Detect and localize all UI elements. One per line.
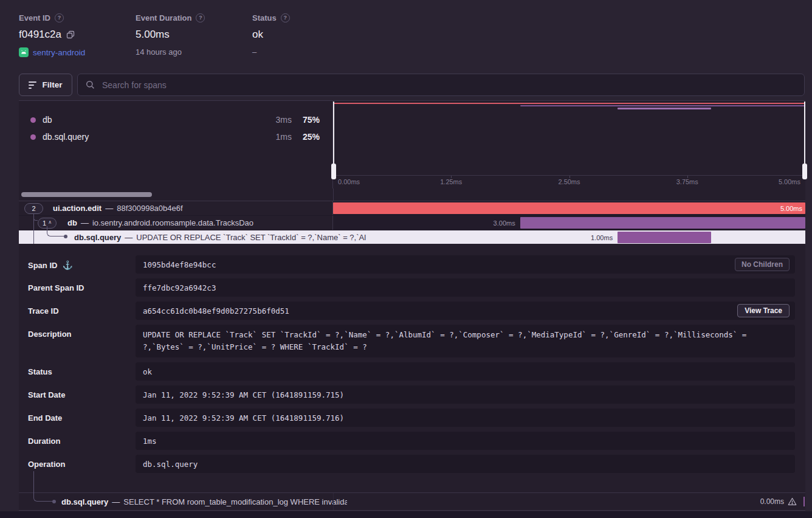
op-duration: 3ms (255, 115, 292, 125)
op-name: db (43, 115, 255, 125)
span-duration-label: 3.00ms (494, 217, 515, 229)
view-trace-button[interactable]: View Trace (737, 304, 790, 317)
span-row-text: ui.action.edit—88f300998a0b4e6f (53, 204, 183, 213)
detail-label: Operation (28, 460, 65, 469)
status-value: ok (252, 29, 263, 41)
op-percentage: 25% (292, 132, 320, 142)
search-input[interactable] (101, 80, 796, 91)
copy-icon[interactable] (66, 30, 75, 39)
span-duration-label: 0.00ms (760, 497, 784, 506)
status-detail-value: ok (136, 362, 795, 381)
minimap-right-drag-handle[interactable] (804, 102, 805, 166)
event-duration-ago: 14 hours ago (136, 47, 182, 57)
horizontal-scrollbar-thumb[interactable] (21, 192, 152, 197)
panel-divider (333, 188, 334, 201)
event-duration-label: Event Duration (136, 13, 191, 22)
minimap-span-line (333, 103, 805, 104)
end-date-value: Jan 11, 2022 9:52:39 AM CET (1641891159.… (136, 409, 795, 427)
project-link[interactable]: sentry-android (33, 48, 85, 57)
event-id-column: Event ID ? f0491c2a sentry-andro (19, 13, 136, 57)
axis-tick-label: 2.50ms (558, 178, 580, 185)
span-search-bar[interactable] (77, 74, 805, 96)
span-tree: 2 ui.action.edit—88f300998a0b4e6f 5.00ms… (19, 201, 805, 244)
span-row-text: db.sql.query—SELECT * FROM room_table_mo… (61, 497, 347, 506)
span-duration-label: 1.00ms (591, 232, 613, 243)
op-duration: 1ms (255, 132, 292, 142)
parent-span-id-value: ffe7dbc92a6942c3 (136, 278, 795, 297)
axis-tick-label: 1.25ms (440, 178, 462, 185)
detail-label: Span ID (28, 261, 57, 270)
op-breakdown-row[interactable]: db 3ms 75% (19, 111, 332, 128)
duration-value: 1ms (136, 432, 795, 450)
axis-tick-label: 0.00ms (338, 178, 360, 185)
detail-label: End Date (28, 413, 62, 423)
span-id-value: 1095bd4ef8e94bcc No Children (136, 255, 795, 274)
minimap-timeline[interactable]: 0.00ms 1.25ms 2.50ms 3.75ms 5.00ms (333, 101, 805, 188)
op-percentage: 75% (292, 115, 320, 125)
span-row-ui-action-edit[interactable]: 2 ui.action.edit—88f300998a0b4e6f 5.00ms (19, 201, 805, 216)
chevron-up-icon: ∧ (48, 219, 52, 225)
detail-label: Trace ID (28, 306, 59, 316)
op-color-dot (30, 117, 36, 123)
time-axis: 0.00ms 1.25ms 2.50ms 3.75ms 5.00ms (333, 175, 805, 188)
children-count-badge[interactable]: 2 (24, 203, 43, 214)
panel-divider (333, 493, 334, 510)
anchor-icon[interactable]: ⚓ (62, 260, 72, 270)
span-row-select-query[interactable]: db.sql.query—SELECT * FROM room_table_mo… (19, 493, 805, 511)
op-name: db.sql.query (43, 132, 255, 142)
detail-label: Description (28, 330, 72, 339)
status-label: Status (252, 13, 277, 22)
op-color-dot (30, 134, 36, 140)
event-id-value: f0491c2a (19, 29, 61, 41)
tree-scrollbar-strip (19, 188, 805, 201)
detail-label: Parent Span ID (28, 283, 84, 292)
help-icon[interactable]: ? (196, 13, 205, 22)
search-icon (86, 80, 95, 89)
help-icon[interactable]: ? (55, 13, 64, 22)
span-duration-bar[interactable]: 1.00ms (618, 232, 711, 243)
operations-breakdown: db 3ms 75% db.sql.query 1ms 25% (19, 101, 333, 188)
detail-label: Start Date (28, 390, 65, 399)
filter-button-label: Filter (42, 80, 62, 89)
description-value: UPDATE OR REPLACE `Track` SET `TrackId` … (136, 325, 795, 357)
op-breakdown-row[interactable]: db.sql.query 1ms 25% (19, 128, 332, 145)
span-row-db-sql-query-selected[interactable]: db.sql.query—UPDATE OR REPLACE `Track` S… (19, 230, 805, 244)
trace-minimap: db 3ms 75% db.sql.query 1ms 25% 0.00ms 1… (19, 100, 805, 188)
span-duration-label: 5.00ms (780, 202, 802, 214)
minimap-span-line (520, 105, 805, 106)
span-row-text: db.sql.query—UPDATE OR REPLACE `Track` S… (74, 230, 366, 244)
filter-icon (29, 81, 36, 89)
help-icon[interactable]: ? (281, 13, 290, 22)
trace-id-value: a654cc61dc0b48ef9d0b27275b6f0d51 View Tr… (136, 302, 795, 320)
event-duration-value: 5.00ms (136, 29, 170, 41)
warning-icon (788, 497, 797, 506)
filter-button[interactable]: Filter (19, 74, 72, 96)
zero-duration-span-bar (803, 497, 805, 506)
axis-tick-label: 5.00ms (779, 178, 800, 185)
android-project-icon (19, 47, 29, 57)
detail-label: Duration (28, 437, 60, 446)
event-duration-column: Event Duration ? 5.00ms 14 hours ago (136, 13, 252, 57)
event-header: Event ID ? f0491c2a sentry-andro (19, 13, 369, 57)
children-count-badge[interactable]: 1∧ (38, 218, 57, 229)
status-sub: – (252, 47, 256, 57)
span-duration-bar[interactable]: 5.00ms (333, 202, 805, 214)
axis-tick-label: 3.75ms (676, 178, 698, 185)
span-details-panel: Span ID ⚓ 1095bd4ef8e94bcc No Children P… (19, 244, 805, 493)
minimap-left-drag-handle[interactable] (333, 102, 334, 166)
page-bottom-gap (0, 511, 812, 518)
minimap-span-line (618, 108, 711, 109)
start-date-value: Jan 11, 2022 9:52:39 AM CET (1641891159.… (136, 385, 795, 404)
status-column: Status ? ok – (252, 13, 369, 57)
operation-value: db.sql.query (136, 455, 795, 473)
no-children-badge: No Children (735, 258, 790, 271)
detail-label: Status (28, 367, 52, 376)
event-id-label: Event ID (19, 13, 50, 22)
span-row-db[interactable]: 1∧ db—io.sentry.android.roomsample.data.… (19, 216, 805, 230)
span-row-text: db—io.sentry.android.roomsample.data.Tra… (67, 218, 253, 227)
span-duration-bar[interactable]: 3.00ms (520, 217, 805, 229)
